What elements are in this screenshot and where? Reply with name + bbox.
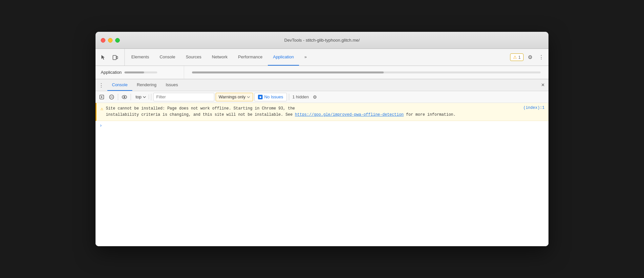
panel-header-strip: Application <box>96 66 548 79</box>
pwa-offline-link[interactable]: https://goo.gle/improved-pwa-offline-det… <box>295 112 404 117</box>
tab-network[interactable]: Network <box>207 49 233 66</box>
svg-marker-3 <box>101 96 103 98</box>
tab-elements[interactable]: Elements <box>126 49 154 66</box>
minimize-button[interactable] <box>108 38 113 43</box>
run-icon <box>99 95 104 99</box>
no-issues-button[interactable]: ■ No Issues <box>254 93 287 101</box>
scrollbar-track <box>192 71 541 73</box>
chevron-down-icon <box>143 96 146 98</box>
drawer-more-button[interactable]: ⋮ <box>97 81 105 89</box>
eye-icon <box>122 95 127 99</box>
divider3 <box>151 94 151 100</box>
panel-sidebar-header: Application <box>96 66 184 79</box>
drawer: ⋮ Console Rendering Issues × <box>96 79 548 246</box>
divider2 <box>131 94 131 100</box>
hidden-count: 1 hidden <box>292 94 309 99</box>
toolbar-right: ⚠ 1 ⚙ ⋮ <box>510 49 546 66</box>
console-prompt[interactable]: › <box>96 121 548 130</box>
close-button[interactable] <box>101 38 105 43</box>
devtools-window: DevTools - stitch-glib-typhoon.glitch.me… <box>96 32 548 246</box>
filter-input[interactable] <box>156 94 211 99</box>
maximize-button[interactable] <box>115 38 120 43</box>
tab-sources[interactable]: Sources <box>181 49 207 66</box>
title-bar: DevTools - stitch-glib-typhoon.glitch.me… <box>96 32 548 49</box>
run-script-btn[interactable] <box>97 93 106 101</box>
window-title: DevTools - stitch-glib-typhoon.glitch.me… <box>284 38 360 43</box>
console-toolbar: top Warnings only ■ No Iss <box>96 91 548 103</box>
drawer-tab-rendering[interactable]: Rendering <box>132 79 161 91</box>
divider4 <box>289 94 289 100</box>
console-settings-btn[interactable]: ⚙ <box>311 93 319 101</box>
eye-btn[interactable] <box>120 93 129 101</box>
cursor-icon <box>100 54 106 60</box>
divider <box>118 94 118 100</box>
scrollbar-thumb <box>192 71 384 73</box>
settings-button[interactable]: ⚙ <box>526 53 535 62</box>
panel-content-header <box>184 66 548 79</box>
device-toggle-btn[interactable] <box>110 52 120 63</box>
cursor-icon-btn[interactable] <box>98 52 109 63</box>
prompt-arrow-icon: › <box>99 123 102 128</box>
toolbar-icon-group <box>98 49 125 66</box>
warning-message-row: ⚠ Site cannot be installed: Page does no… <box>96 103 548 121</box>
tab-application[interactable]: Application <box>268 49 299 66</box>
warning-text: Site cannot be installed: Page does not … <box>106 106 514 118</box>
traffic-lights <box>101 38 120 43</box>
drawer-tab-bar: ⋮ Console Rendering Issues × <box>96 79 548 91</box>
context-select[interactable]: top <box>133 94 149 99</box>
warning-badge[interactable]: ⚠ 1 <box>510 53 524 61</box>
drawer-close-button[interactable]: × <box>539 81 547 89</box>
drawer-tab-issues[interactable]: Issues <box>161 79 183 91</box>
tab-more[interactable]: » <box>299 49 312 66</box>
more-options-button[interactable]: ⋮ <box>537 53 546 62</box>
svg-rect-1 <box>117 56 118 59</box>
warnings-chevron-icon <box>247 96 250 98</box>
clear-console-btn[interactable] <box>107 93 116 101</box>
filter-input-wrap <box>153 93 214 101</box>
drawer-tab-console[interactable]: Console <box>107 79 132 91</box>
main-tab-nav: Elements Console Sources Network Perform… <box>126 49 510 66</box>
main-toolbar: Elements Console Sources Network Perform… <box>96 49 548 66</box>
content-area: Application ⋮ Console Rendering <box>96 66 548 246</box>
tab-console[interactable]: Console <box>154 49 181 66</box>
clear-icon <box>109 94 114 100</box>
svg-point-7 <box>124 96 125 98</box>
console-output: ⚠ Site cannot be installed: Page does no… <box>96 103 548 246</box>
warning-icon: ⚠ <box>513 55 517 60</box>
svg-rect-0 <box>113 55 116 60</box>
warning-triangle-icon: ⚠ <box>100 106 103 111</box>
tab-performance[interactable]: Performance <box>233 49 268 66</box>
source-link[interactable]: (index):1 <box>517 106 545 110</box>
warnings-dropdown[interactable]: Warnings only <box>216 93 253 101</box>
issues-icon: ■ <box>258 95 263 99</box>
device-icon <box>112 54 118 60</box>
